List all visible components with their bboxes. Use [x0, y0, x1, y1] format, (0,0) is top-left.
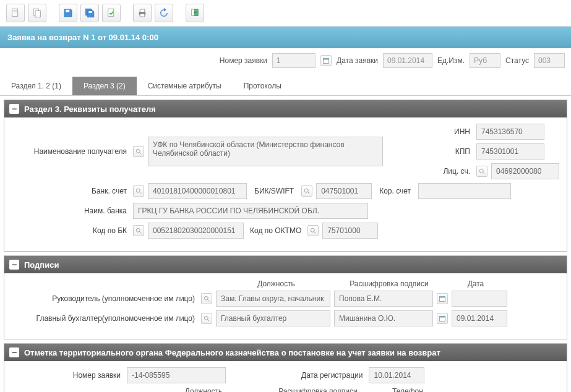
svg-rect-14 — [324, 58, 329, 59]
recipient-field[interactable] — [148, 137, 383, 166]
treasury-panel: − Отметка территориального органа Федера… — [4, 343, 567, 392]
lookup-icon[interactable] — [301, 185, 312, 197]
tool-check-icon[interactable] — [102, 4, 121, 22]
toolbar — [0, 0, 571, 27]
tool-export-icon[interactable] — [186, 4, 204, 22]
treasury-regdate-label: Дата регистрации — [301, 371, 365, 380]
svg-point-27 — [204, 296, 208, 300]
bank-acc-field[interactable] — [148, 183, 247, 199]
signatures-title: Подписи — [24, 260, 59, 270]
acc-date-field[interactable] — [452, 310, 507, 326]
tool-refresh-icon[interactable] — [155, 4, 173, 22]
date-picker-icon[interactable] — [320, 55, 332, 66]
svg-rect-6 — [89, 11, 92, 13]
bank-name-field[interactable] — [133, 203, 368, 219]
tab-section-3[interactable]: Раздел 3 (2) — [72, 77, 137, 95]
bik-field[interactable] — [316, 183, 372, 199]
svg-rect-0 — [12, 9, 18, 16]
collapse-icon[interactable]: − — [9, 104, 19, 114]
section3-panel: − Раздел 3. Реквизиты получателя Наимено… — [4, 100, 567, 252]
collapse-icon[interactable]: − — [9, 260, 19, 270]
svg-rect-9 — [140, 9, 145, 12]
tool-copy-icon[interactable] — [28, 4, 46, 22]
bank-acc-label: Банк. счет — [12, 187, 129, 195]
date-label: Дата заявки — [337, 56, 378, 65]
col-position: Должность — [216, 279, 337, 288]
date-picker-icon[interactable] — [437, 293, 448, 304]
col-phone: Телефон — [371, 387, 445, 392]
treasury-regdate-field[interactable] — [369, 367, 424, 383]
treasury-num-label: Номер заявки — [12, 371, 123, 380]
tab-system-attrs[interactable]: Системные атрибуты — [137, 77, 233, 95]
lic-label: Лиц. сч. — [436, 167, 473, 176]
number-field[interactable] — [272, 53, 316, 68]
treasury-title: Отметка территориального органа Федераль… — [24, 348, 440, 357]
tool-save-all-icon[interactable] — [80, 4, 99, 22]
lic-field[interactable] — [491, 163, 559, 179]
svg-rect-10 — [140, 14, 145, 17]
kpp-label: КПП — [436, 147, 473, 156]
svg-line-26 — [314, 232, 316, 234]
tool-save-icon[interactable] — [59, 4, 77, 22]
svg-line-28 — [208, 300, 210, 302]
svg-line-24 — [140, 232, 142, 234]
col-name: Расшифровка подписи — [265, 387, 371, 392]
unit-label: Ед.Изм. — [437, 56, 465, 65]
bk-field[interactable] — [148, 223, 244, 239]
acc-label: Главный бухгалтер(уполномоченное им лицо… — [12, 314, 197, 323]
svg-point-31 — [204, 316, 208, 320]
inn-label: ИНН — [436, 127, 473, 136]
lookup-icon[interactable] — [307, 225, 319, 236]
date-field[interactable] — [383, 53, 432, 68]
date-picker-icon[interactable] — [437, 313, 448, 324]
inn-field[interactable] — [476, 124, 544, 140]
section3-title: Раздел 3. Реквизиты получателя — [24, 104, 156, 114]
head-name-field[interactable] — [334, 291, 433, 307]
col-date: Дата — [442, 279, 510, 288]
bank-name-label: Наим. банка — [12, 207, 129, 215]
tool-doc-icon[interactable] — [6, 4, 25, 22]
svg-rect-1 — [13, 11, 17, 11]
svg-line-20 — [140, 192, 142, 194]
kor-field[interactable] — [418, 183, 511, 199]
svg-point-23 — [136, 228, 140, 232]
collapse-icon[interactable]: − — [9, 347, 19, 357]
col-name: Расшифровка подписи — [337, 279, 442, 288]
status-field[interactable] — [534, 53, 565, 68]
lookup-icon[interactable] — [133, 185, 144, 197]
title-bar: Заявка на возврат N 1 от 09.01.14 0:00 — [0, 27, 571, 48]
tool-print-icon[interactable] — [133, 4, 152, 22]
lookup-icon[interactable] — [476, 166, 487, 177]
tab-section-1-2[interactable]: Раздел 1, 2 (1) — [0, 77, 72, 95]
svg-point-15 — [136, 149, 140, 153]
svg-rect-34 — [440, 316, 445, 317]
svg-line-18 — [483, 173, 485, 174]
lookup-icon[interactable] — [201, 293, 212, 304]
kpp-field[interactable] — [476, 143, 544, 160]
head-label: Руководитель (уполномоченное им лицо) — [12, 294, 197, 303]
tab-protocols[interactable]: Протоколы — [233, 77, 293, 95]
section3-head: − Раздел 3. Реквизиты получателя — [4, 100, 567, 117]
treasury-num-field[interactable] — [127, 367, 226, 383]
head-position-field[interactable] — [216, 291, 330, 307]
lookup-icon[interactable] — [133, 225, 144, 236]
unit-field[interactable] — [470, 53, 500, 68]
tabs: Раздел 1, 2 (1) Раздел 3 (2) Системные а… — [0, 77, 571, 96]
svg-line-32 — [208, 320, 210, 322]
kor-label: Кор. счет — [376, 187, 414, 195]
lookup-icon[interactable] — [201, 313, 212, 324]
recipient-label: Наименование получателя — [12, 147, 129, 156]
header-row: Номер заявки Дата заявки Ед.Изм. Статус — [0, 48, 571, 73]
number-label: Номер заявки — [220, 56, 267, 65]
head-date-field[interactable] — [452, 291, 507, 307]
oktmo-label: Код по ОКТМО — [247, 226, 304, 235]
lookup-icon[interactable] — [133, 146, 144, 157]
acc-position-field[interactable] — [216, 310, 330, 326]
title-text: Заявка на возврат N 1 от 09.01.14 0:00 — [7, 33, 158, 42]
oktmo-field[interactable] — [322, 223, 378, 239]
svg-line-16 — [140, 153, 142, 155]
acc-name-field[interactable] — [334, 310, 433, 326]
bk-label: Код по БК — [12, 226, 129, 235]
signatures-head: − Подписи — [4, 256, 567, 273]
svg-point-21 — [304, 189, 308, 192]
